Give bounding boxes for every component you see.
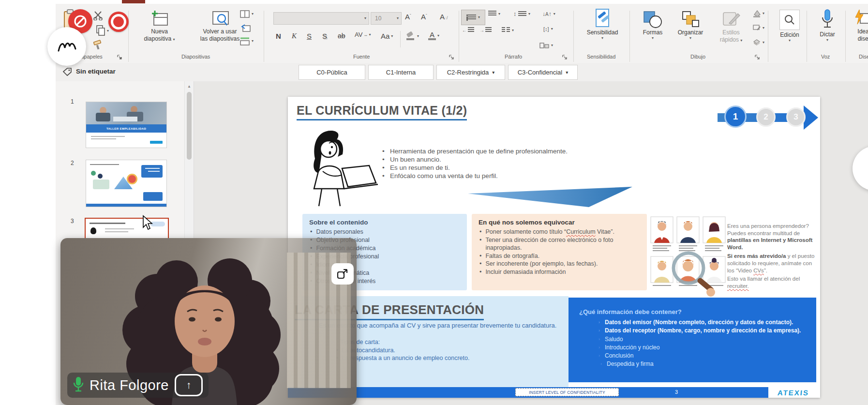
- webcam-video[interactable]: Rita Folgore ↑: [60, 238, 357, 405]
- grow-font-button[interactable]: Aˆ: [405, 13, 411, 21]
- new-slide-label-1: Nueva: [151, 28, 168, 35]
- progress-step-1: 1: [724, 105, 747, 128]
- increase-indent-button[interactable]: →: [479, 27, 492, 33]
- scrollbar-thumb[interactable]: [187, 92, 192, 160]
- char-spacing-button[interactable]: AV↔▾: [355, 31, 371, 38]
- letter-box-item: Datos del receptor (Nombre, cargo, nombr…: [605, 327, 801, 335]
- candidates-illustration: [650, 216, 728, 302]
- tips-line: los “Video CVs”.: [727, 267, 814, 274]
- align-text-button[interactable]: [↕]▾: [543, 26, 553, 32]
- raise-hand-button[interactable]: ↑: [175, 374, 203, 396]
- new-slide-label-2: diapositiva: [144, 35, 171, 42]
- section-chevron-icon: ▾: [252, 39, 254, 43]
- intro-bullet-1: • Herramienta de presentación que te def…: [382, 148, 568, 155]
- shrink-font-button[interactable]: Aˇ: [421, 13, 427, 21]
- slide-layout-button[interactable]: ▾: [239, 10, 254, 18]
- reset-slide-button[interactable]: [240, 23, 251, 35]
- font-name-select[interactable]: ▾: [273, 12, 369, 25]
- format-painter-button[interactable]: [92, 40, 103, 52]
- shape-effects-button[interactable]: ▾: [752, 39, 764, 46]
- letter-box-item: Introducción y núcleo: [605, 344, 659, 352]
- text-shadow-button[interactable]: S: [322, 32, 327, 40]
- up-arrow-icon: ↑: [186, 379, 192, 391]
- record-button[interactable]: [108, 12, 129, 32]
- mistakes-box[interactable]: En qué nos solemos equivocar •Poner sola…: [472, 214, 647, 290]
- bullet-list-button[interactable]: ▾: [461, 10, 485, 25]
- webcam-expand-button[interactable]: [331, 263, 354, 285]
- shapes-button[interactable]: Formas ▾: [635, 10, 670, 40]
- change-case-button[interactable]: Aa▾: [381, 32, 393, 40]
- shape-fill-button[interactable]: ▾: [752, 10, 764, 17]
- quick-styles-label-1: Estilos: [722, 29, 739, 36]
- microphone-icon: [820, 9, 835, 31]
- thumbnail-1[interactable]: TALLER EMPLEABILIDAD: [86, 102, 167, 148]
- format-painter-icon: [92, 40, 103, 50]
- section-button[interactable]: ▾: [239, 37, 254, 45]
- highlighter-icon: [405, 31, 416, 42]
- dictate-button[interactable]: Dictar ▾: [810, 9, 844, 42]
- blue-arrow-shape: [468, 187, 635, 208]
- sensitivity-c0-button[interactable]: C0-Pública: [299, 65, 365, 80]
- paragraph-group-label: Párrafo: [505, 54, 522, 60]
- progress-arrow-head: [804, 105, 818, 130]
- copy-icon: [95, 25, 106, 36]
- scrollbar-up-button[interactable]: ▲: [185, 81, 194, 91]
- progress-step-3: 3: [786, 107, 806, 127]
- scissors-icon: [93, 11, 104, 20]
- letter-box-item: Datos del emisor (Nombre completo, direc…: [605, 318, 793, 327]
- numbered-list-button[interactable]: ▾: [488, 11, 500, 17]
- design-ideas-button[interactable]: Ideas diseñ: [850, 9, 868, 43]
- text-direction-button[interactable]: ↓A↑▾: [542, 11, 555, 17]
- clear-format-button[interactable]: A◌̸: [440, 13, 447, 21]
- sensitivity-button[interactable]: Sensibilidad ▾: [579, 8, 626, 40]
- italic-button[interactable]: K: [292, 32, 297, 40]
- record-ring-icon: [111, 14, 126, 30]
- thumbnail-1-titlebar: TALLER EMPLEABILIDAD: [86, 124, 166, 133]
- sensitivity-c3-button[interactable]: C3-Confidencial▾: [508, 65, 578, 80]
- arrange-button[interactable]: Organizar ▾: [671, 10, 710, 40]
- slide[interactable]: EL CURRÍCULUM VITAE (1/2) 1 2 3 • Herram…: [288, 97, 820, 398]
- highlight-color-button[interactable]: ▾: [405, 31, 419, 42]
- thumbnail-2[interactable]: [86, 160, 167, 207]
- sensitivity-c1-button[interactable]: C1-Interna: [368, 65, 434, 80]
- reuse-slides-label-2: las diapositivas: [200, 35, 239, 43]
- columns-button[interactable]: ▾: [502, 27, 514, 33]
- copy-button[interactable]: ▾: [95, 25, 106, 38]
- quick-styles-button[interactable]: Estilos rápidos ▾: [713, 10, 749, 44]
- line-spacing-button[interactable]: ↕▾: [513, 11, 530, 17]
- thumbnail-2-number: 2: [71, 160, 74, 166]
- font-group-label: Fuente: [353, 54, 370, 60]
- letter-content-box[interactable]: ¿Qué información debe contener? ›Datos d…: [569, 298, 816, 382]
- smartart-convert-button[interactable]: ▾: [539, 42, 553, 49]
- paragraph-dialog-launcher[interactable]: [562, 53, 568, 59]
- clipboard-dialog-launcher[interactable]: [117, 53, 122, 59]
- font-size-select[interactable]: 10 ▾: [371, 12, 402, 25]
- editing-button[interactable]: Edición ▾: [773, 10, 807, 43]
- change-case-chevron-icon: ▾: [391, 34, 393, 38]
- font-color-button[interactable]: A ▾: [428, 31, 439, 40]
- font-size-value: 10: [375, 15, 381, 22]
- untagged-label: Sin etiquetar: [76, 68, 116, 75]
- letter-box-item: Saludo: [605, 335, 623, 344]
- underline-button[interactable]: S: [307, 32, 312, 40]
- design-ideas-label-2: diseñ: [858, 35, 868, 43]
- confidentiality-placeholder[interactable]: INSERT LEVEL OF CONFIDENTIALITY: [515, 388, 619, 396]
- cut-button[interactable]: [93, 11, 104, 22]
- arrange-label: Organizar: [678, 29, 703, 36]
- smartart-icon: [539, 42, 549, 49]
- layout-chevron-icon: ▾: [252, 12, 254, 16]
- mistakes-box-title: En qué nos solemos equivocar: [479, 219, 647, 226]
- shapes-icon: [642, 10, 663, 29]
- reuse-slides-icon: [210, 10, 230, 28]
- new-slide-button[interactable]: Nueva diapositiva ▾: [129, 10, 190, 43]
- strikethrough-button[interactable]: ab: [338, 32, 345, 40]
- decrease-indent-button[interactable]: ←: [462, 27, 474, 33]
- speaker-name: Rita Folgore: [90, 377, 169, 393]
- shape-outline-button[interactable]: ▾: [752, 24, 764, 32]
- tips-line: plantillas en Internet y Microsoft: [727, 237, 814, 244]
- drawing-dialog-launcher[interactable]: [754, 53, 760, 59]
- bold-button[interactable]: N: [276, 32, 281, 40]
- sensitivity-c2-button[interactable]: C2-Restringida▾: [436, 65, 505, 80]
- draw-tool-button[interactable]: [47, 27, 86, 66]
- font-dialog-launcher[interactable]: [449, 53, 454, 59]
